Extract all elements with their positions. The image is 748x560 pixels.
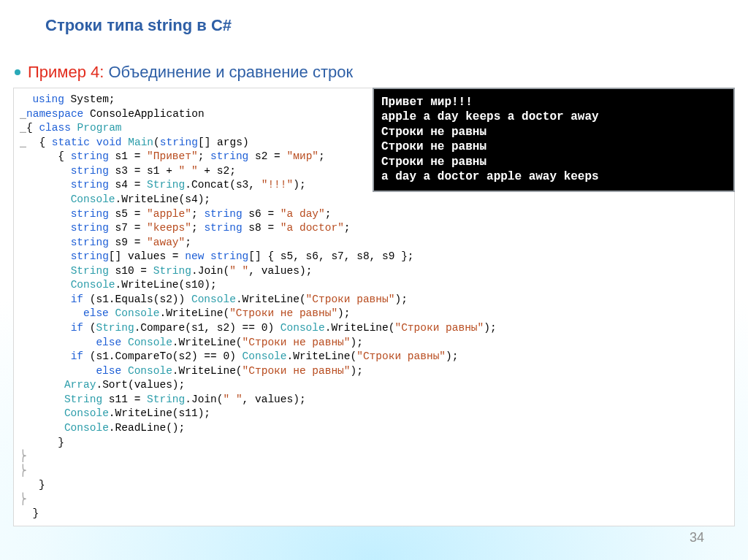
code-token: s6 = (243, 208, 280, 220)
code-token: ; (318, 150, 325, 162)
code-token: ); (446, 350, 458, 362)
code-token: .Sort(values); (96, 379, 185, 391)
code-token: string (210, 250, 248, 262)
code-token (121, 337, 128, 348)
console-line: Строки не равны (381, 125, 726, 139)
code-token: "мир" (287, 150, 319, 162)
code-token: .WriteLine(s10); (115, 279, 217, 291)
code-token: .WriteLine( (172, 337, 243, 348)
code-token: Program (71, 122, 122, 134)
code-token: [] args) (198, 137, 249, 148)
code-token: String (64, 394, 102, 405)
code-token: ConsoleApplication (83, 108, 204, 120)
code-token: "Строки равны" (356, 350, 446, 362)
code-token: .WriteLine( (236, 294, 306, 305)
code-token: string (204, 208, 242, 220)
code-token: string (71, 237, 109, 248)
code-token: string (71, 179, 109, 191)
code-token: s3 = s1 + (109, 165, 179, 177)
code-token: s11 = (102, 394, 147, 405)
code-token: else (96, 365, 121, 377)
console-output: Привет мир!!! apple a day keeps a doctor… (373, 88, 735, 192)
code-token: s2 = (248, 150, 286, 162)
code-token: "apple" (147, 208, 191, 220)
code-token: Console (191, 294, 236, 305)
example-title: Объединение и сравнение строк (108, 63, 353, 82)
code-token: s1 = (109, 150, 147, 162)
code-token: String (96, 322, 134, 334)
code-token: string (71, 150, 109, 162)
code-token: " " (179, 165, 198, 177)
code-token: ); (351, 337, 363, 348)
code-token (121, 365, 128, 377)
code-token: "Строки не равны" (229, 307, 337, 319)
code-token: "away" (147, 237, 185, 248)
code-token: System; (64, 93, 115, 105)
code-token: .Join( (191, 265, 229, 277)
code-token: if (71, 294, 83, 305)
code-token: else (96, 337, 121, 348)
code-token: "Привет" (147, 150, 198, 162)
slide: Строки типа string в C# Пример 4: Объеди… (0, 0, 748, 560)
code-token: "Строки не равны" (243, 365, 351, 377)
code-token: Console (64, 407, 109, 419)
page-number: 34 (690, 530, 704, 545)
code-token: "Строки не равны" (243, 337, 351, 348)
code-token: Console (243, 350, 287, 362)
console-line: Строки не равны (381, 139, 726, 154)
code-token: "!!!" (262, 179, 294, 191)
code-token: "a day" (280, 208, 325, 220)
console-line: a day a doctor apple away keeps (381, 169, 726, 184)
code-token: "a doctor" (280, 222, 344, 234)
code-token: Main (122, 137, 154, 148)
code-token: } (39, 479, 45, 491)
code-token: string (160, 137, 198, 148)
code-token: " " (229, 265, 248, 277)
code-token: ( (83, 322, 96, 334)
code-token: ); (351, 365, 363, 377)
code-token: string (71, 165, 109, 177)
code-token: " " (224, 394, 243, 405)
code-token: ); (394, 294, 407, 305)
code-token: if (71, 350, 83, 362)
code-token: string (71, 222, 109, 234)
code-token: Console (71, 279, 115, 291)
code-token: (s1.Equals(s2)) (83, 294, 191, 305)
code-token: .Join( (185, 394, 223, 405)
code-token: ); (484, 322, 496, 334)
code-token: } (32, 507, 39, 519)
code-token (204, 250, 210, 262)
code-token: ; (325, 208, 332, 220)
code-token: s8 = (243, 222, 280, 234)
code-token: String (71, 265, 109, 277)
code-token: Console (64, 422, 109, 434)
code-token: String (153, 265, 191, 277)
slide-title: Строки типа string в C# (45, 16, 232, 35)
code-token: (s1.CompareTo(s2) == 0) (83, 350, 243, 362)
code-token: .ReadLine(); (109, 422, 185, 434)
code-token: s7 = (109, 222, 147, 234)
code-token: "Строки равны" (394, 322, 484, 334)
code-token: ); (337, 307, 350, 319)
code-token: "keeps" (147, 222, 191, 234)
code-token: } (58, 437, 64, 448)
code-token: ; (198, 150, 210, 162)
code-token: s10 = (109, 265, 153, 277)
example-heading: Пример 4: Объединение и сравнение строк (15, 63, 353, 82)
console-line: Строки не равны (381, 155, 726, 169)
code-token: Console (71, 193, 115, 205)
code-token: .WriteLine( (159, 307, 229, 319)
code-token: else (83, 307, 109, 319)
code-token: .WriteLine(s4); (115, 193, 211, 205)
code-token: string (71, 250, 109, 262)
code-token: s5 = (109, 208, 147, 220)
code-token: .WriteLine( (325, 322, 395, 334)
example-label: Пример 4: (28, 63, 104, 82)
code-token: .Concat(s3, (185, 179, 261, 191)
code-token: static (52, 137, 90, 148)
code-token: if (71, 322, 83, 334)
code-token: ; (185, 237, 191, 248)
code-token: ); (293, 179, 305, 191)
code-token: .WriteLine( (172, 365, 243, 377)
console-line: Привет мир!!! (381, 95, 726, 110)
